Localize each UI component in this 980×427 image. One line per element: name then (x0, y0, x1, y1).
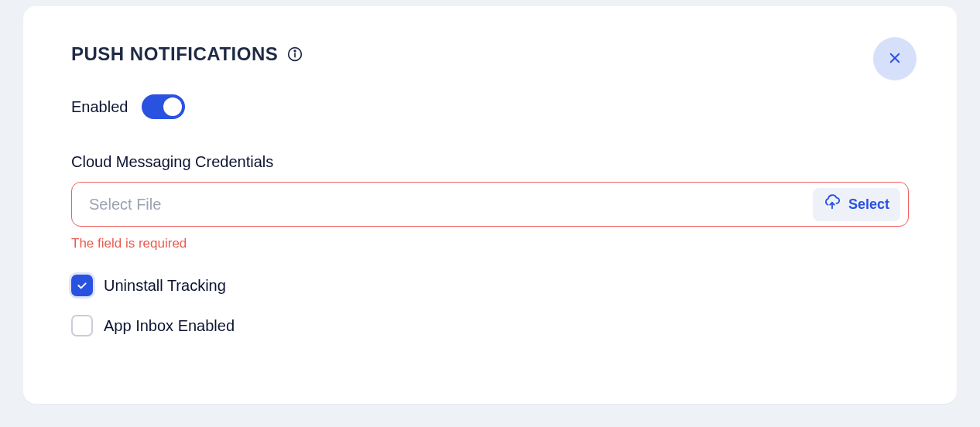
enabled-toggle[interactable] (142, 94, 185, 119)
select-file-button[interactable]: Select (813, 188, 900, 221)
uninstall-tracking-label: Uninstall Tracking (104, 277, 226, 295)
check-icon (76, 279, 88, 292)
file-input-wrap: Select (71, 182, 909, 227)
uninstall-tracking-row: Uninstall Tracking (71, 275, 909, 296)
app-inbox-label: App Inbox Enabled (104, 317, 235, 335)
info-icon[interactable] (287, 46, 303, 62)
error-message: The field is required (71, 236, 909, 251)
app-inbox-checkbox[interactable] (71, 315, 93, 336)
enabled-row: Enabled (71, 94, 909, 119)
credentials-field: Cloud Messaging Credentials Select The f… (71, 153, 909, 251)
push-notifications-card: PUSH NOTIFICATIONS Enabled Cloud Messagi… (23, 6, 957, 404)
uninstall-tracking-checkbox[interactable] (71, 275, 93, 296)
toggle-knob (163, 97, 182, 116)
section-header: PUSH NOTIFICATIONS (71, 43, 909, 65)
file-input[interactable] (89, 196, 813, 214)
close-button[interactable] (873, 37, 917, 80)
app-inbox-row: App Inbox Enabled (71, 315, 909, 336)
cloud-upload-icon (824, 194, 841, 215)
close-icon (888, 51, 902, 67)
section-title: PUSH NOTIFICATIONS (71, 43, 278, 65)
credentials-label: Cloud Messaging Credentials (71, 153, 909, 171)
enabled-label: Enabled (71, 98, 128, 116)
svg-point-4 (294, 50, 296, 52)
select-button-label: Select (848, 196, 889, 213)
